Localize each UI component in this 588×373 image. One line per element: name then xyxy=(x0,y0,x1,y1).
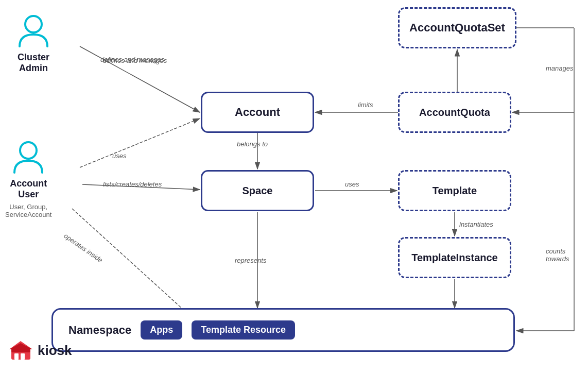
label-uses-space: uses xyxy=(345,180,359,188)
account-user-sublabel: User, Group, ServiceAccount xyxy=(5,203,51,218)
label-operates-inside: operates inside xyxy=(62,232,104,264)
kiosk-icon xyxy=(9,339,32,362)
account-user-label: Account User xyxy=(10,178,47,200)
namespace-box: Namespace Apps Template Resource xyxy=(51,308,515,352)
kiosk-text: kiosk xyxy=(38,343,72,359)
namespace-label: Namespace xyxy=(68,324,131,337)
account-box: Account xyxy=(201,92,314,133)
account-user-icon xyxy=(10,139,46,175)
svg-marker-25 xyxy=(9,343,32,349)
label-defines-manages-text: defines and manages xyxy=(103,57,167,64)
account-user-person: Account User User, Group, ServiceAccount xyxy=(5,139,51,218)
account-quota-set-box: AccountQuotaSet xyxy=(398,7,516,48)
label-instantiates: instantiates xyxy=(459,221,493,228)
diagram-container: defines and manages defines and manages … xyxy=(0,0,588,373)
cluster-admin-icon xyxy=(15,13,51,49)
label-uses-account: uses xyxy=(112,152,126,160)
label-limits: limits xyxy=(358,101,373,109)
template-instance-box: TemplateInstance xyxy=(398,237,511,278)
label-represents: represents xyxy=(235,257,266,264)
cluster-admin-person: Cluster Admin xyxy=(15,13,51,74)
svg-line-14 xyxy=(72,209,200,325)
svg-point-19 xyxy=(20,142,37,159)
svg-rect-23 xyxy=(21,353,25,360)
label-counts-towards: countstowards xyxy=(546,247,569,263)
space-box: Space xyxy=(201,170,314,211)
label-lists-creates: lists/creates/deletes xyxy=(103,180,162,188)
apps-badge: Apps xyxy=(141,320,182,340)
svg-line-11 xyxy=(80,118,200,167)
template-box: Template xyxy=(398,170,511,211)
kiosk-logo: kiosk xyxy=(9,339,72,362)
label-belongs-to: belongs to xyxy=(237,140,268,148)
template-resource-badge: Template Resource xyxy=(192,320,295,340)
account-quota-box: AccountQuota xyxy=(398,92,511,133)
cluster-admin-label: Cluster Admin xyxy=(18,52,49,74)
label-manages: manages xyxy=(546,64,573,72)
svg-point-18 xyxy=(25,16,42,32)
svg-rect-22 xyxy=(14,353,19,360)
